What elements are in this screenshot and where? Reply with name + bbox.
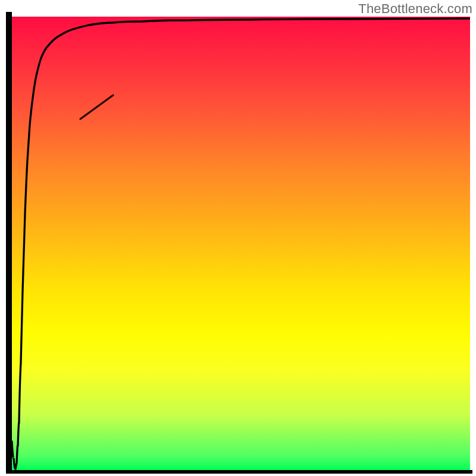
bottleneck-curve (12, 17, 470, 470)
attribution-label: TheBottleneck.com (358, 1, 472, 17)
y-axis (6, 12, 12, 472)
chart-container: TheBottleneck.com (0, 0, 476, 476)
curve-path (12, 18, 470, 469)
curve-highlight-segment (80, 95, 113, 119)
x-axis (6, 470, 472, 474)
